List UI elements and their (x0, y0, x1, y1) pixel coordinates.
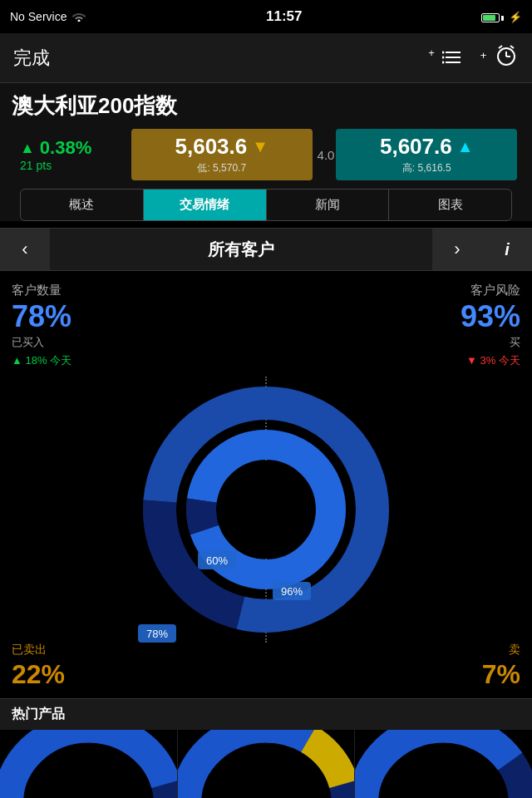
bid-price: 5,603.6 ▼ (175, 134, 269, 160)
ask-price-box[interactable]: 5,607.6 ▲ 高: 5,616.5 (336, 129, 517, 180)
up-arrow-cyan-icon: ▲ (457, 137, 474, 156)
client-risk-value: 93% (461, 302, 520, 332)
bottom-chart-3[interactable] (355, 730, 532, 798)
sell-risk-label: 卖 (482, 643, 520, 658)
client-risk-sub1: 买 (461, 335, 520, 350)
prev-button[interactable]: ‹ (0, 229, 50, 270)
down-arrow-gold-icon: ▼ (252, 137, 268, 156)
client-risk-label: 客户风险 (461, 283, 520, 298)
stat-client-count: 客户数量 78% 已买入 ▲ 18% 今天 (12, 283, 71, 368)
add-list-button[interactable]: + (428, 45, 463, 71)
svg-text:78%: 78% (146, 628, 168, 640)
price-low: 低: 5,570.7 (197, 161, 246, 175)
stats-row: 客户数量 78% 已买入 ▲ 18% 今天 客户风险 93% 买 ▼ 3% 今天 (12, 283, 520, 368)
spread: 4.0 (316, 127, 337, 182)
tab-chart[interactable]: 图表 (389, 190, 511, 220)
change-percent: ▲ 0.38% (20, 137, 120, 159)
bottom-charts (0, 730, 532, 798)
hot-products-label: 热门产品 (12, 707, 65, 721)
tabs: 概述 交易情绪 新闻 图表 (20, 189, 512, 221)
client-count-sub2: ▲ 18% 今天 (12, 353, 71, 368)
client-count-label: 客户数量 (12, 283, 71, 298)
stock-title: 澳大利亚200指数 (12, 91, 520, 121)
tab-sentiment[interactable]: 交易情绪 (144, 190, 267, 220)
hot-products-bar: 热门产品 (0, 698, 532, 730)
sell-risk-right: 卖 7% (482, 643, 520, 690)
donut-chart: 60% 96% 78% 93% (0, 377, 532, 643)
svg-text:96%: 96% (281, 585, 303, 598)
ask-price: 5,607.6 ▲ (380, 134, 474, 160)
sell-count-value: 22% (12, 659, 65, 690)
sell-risk-value: 7% (482, 659, 520, 690)
add-alarm-button[interactable]: + (480, 42, 519, 73)
bottom-chart-1[interactable] (0, 730, 178, 798)
bid-price-box[interactable]: 5,603.6 ▼ 低: 5,570.7 (131, 129, 313, 180)
svg-point-3 (442, 51, 445, 53)
svg-point-4 (442, 56, 445, 58)
tab-overview[interactable]: 概述 (21, 190, 144, 220)
tab-news[interactable]: 新闻 (267, 190, 390, 220)
stock-header: 澳大利亚200指数 ▲ 0.38% 21 pts 5,603.6 ▼ 低: 5,… (0, 83, 532, 221)
status-carrier-wifi: No Service (10, 10, 86, 24)
svg-point-5 (442, 61, 445, 63)
change-pts: 21 pts (20, 159, 120, 172)
nav-title: 所有客户 (50, 239, 432, 261)
client-count-sub1: 已买入 (12, 335, 71, 350)
up-arrow-icon: ▲ (20, 140, 35, 157)
battery-icon (481, 9, 504, 24)
status-right-icons: ⚡ (481, 9, 522, 24)
status-bar: No Service 11:57 ⚡ (0, 0, 532, 33)
svg-text:60%: 60% (206, 554, 228, 567)
chart-svg: 60% 96% 78% 93% (0, 377, 532, 643)
sell-count-left: 已卖出 22% (12, 643, 65, 690)
wifi-icon (71, 10, 86, 24)
info-button[interactable]: i (482, 229, 532, 270)
bottom-chart-2[interactable] (178, 730, 356, 798)
bottom-labels: 已卖出 22% 卖 7% (12, 643, 520, 698)
main-content: 客户数量 78% 已买入 ▲ 18% 今天 客户风险 93% 买 ▼ 3% 今天 (0, 271, 532, 698)
stat-client-risk: 客户风险 93% 买 ▼ 3% 今天 (461, 283, 520, 368)
nav-row: ‹ 所有客户 › i (0, 228, 532, 271)
charging-icon: ⚡ (509, 11, 522, 23)
status-time: 11:57 (266, 8, 302, 25)
price-high: 高: 5,616.5 (402, 161, 451, 175)
client-count-value: 78% (12, 302, 71, 332)
client-risk-sub2: ▼ 3% 今天 (461, 353, 520, 368)
price-row: ▲ 0.38% 21 pts 5,603.6 ▼ 低: 5,570.7 4.0 … (12, 127, 520, 182)
nav-right-icons: + + (428, 42, 519, 73)
top-nav: 完成 + + (0, 33, 532, 83)
carrier-label: No Service (10, 10, 66, 23)
sell-count-label: 已卖出 (12, 643, 65, 658)
next-button[interactable]: › (432, 229, 482, 270)
done-button[interactable]: 完成 (13, 46, 50, 71)
svg-point-15 (219, 462, 313, 557)
price-change: ▲ 0.38% 21 pts (12, 127, 128, 182)
